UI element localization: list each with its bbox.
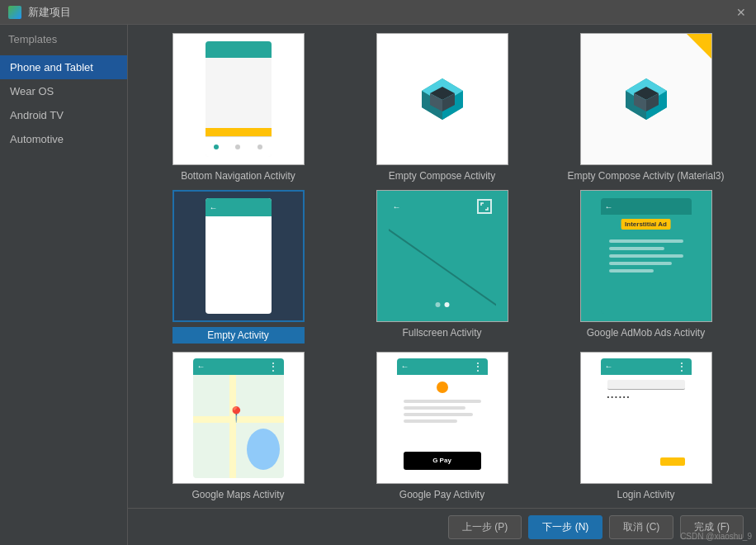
template-empty-activity-preview: ← bbox=[172, 190, 305, 322]
back-arrow-icon: ← bbox=[210, 203, 218, 212]
template-empty-activity[interactable]: ← Empty Activity bbox=[140, 190, 336, 344]
watermark: CSDN @xiaoshu_9 bbox=[680, 532, 752, 541]
template-map[interactable]: ← ⋮ 📍 Google Maps Activity bbox=[140, 352, 336, 500]
template-fullscreen-label: Fullscreen Activity bbox=[402, 327, 481, 339]
template-fullscreen-preview: ← bbox=[376, 190, 508, 322]
login-submit-btn bbox=[660, 457, 685, 466]
compose-cube-icon bbox=[418, 74, 467, 124]
login-username-field bbox=[607, 380, 685, 390]
map-body: 📍 bbox=[193, 375, 284, 478]
main-content: Templates Phone and Tablet Wear OS Andro… bbox=[0, 25, 756, 545]
template-empty-compose[interactable]: Empty Compose Activity bbox=[344, 33, 540, 182]
sidebar: Templates Phone and Tablet Wear OS Andro… bbox=[0, 25, 128, 545]
template-empty-compose-m3[interactable]: Empty Compose Activity (Material3) bbox=[548, 33, 744, 182]
cancel-button[interactable]: 取消 (C) bbox=[609, 515, 673, 539]
gpay-content-lines bbox=[404, 400, 481, 426]
fullscreen-dot-2 bbox=[444, 302, 449, 307]
content-area: Bottom Navigation Activity bbox=[128, 25, 756, 545]
app-icon bbox=[8, 6, 21, 19]
title-bar-left: 新建项目 bbox=[8, 5, 71, 20]
sidebar-item-automotive[interactable]: Automotive bbox=[0, 127, 127, 151]
gpay-button-label: G Pay bbox=[432, 457, 451, 464]
window-title: 新建项目 bbox=[28, 5, 71, 20]
map-back-icon: ← bbox=[197, 362, 206, 371]
templates-grid: Bottom Navigation Activity bbox=[128, 25, 756, 508]
login-password-field: •••••• bbox=[607, 393, 685, 400]
gpay-orange-dot bbox=[437, 382, 448, 393]
template-login-label: Login Activity bbox=[617, 489, 674, 500]
gpay-menu-icon: ⋮ bbox=[472, 360, 484, 373]
login-back-icon: ← bbox=[605, 362, 613, 371]
nav-dot-2 bbox=[235, 145, 240, 149]
template-admob[interactable]: ← Interstitial Ad Goog bbox=[548, 190, 744, 344]
admob-content-lines bbox=[609, 239, 683, 277]
title-bar: 新建项目 ✕ bbox=[0, 0, 756, 25]
template-map-label: Google Maps Activity bbox=[191, 489, 284, 500]
template-empty-activity-label: Empty Activity bbox=[172, 327, 305, 344]
template-login-preview: ← ⋮ •••••• bbox=[580, 352, 712, 484]
template-admob-preview: ← Interstitial Ad bbox=[580, 190, 712, 322]
template-gpay-label: Google Pay Activity bbox=[399, 489, 484, 500]
next-button[interactable]: 下一步 (N) bbox=[528, 515, 602, 539]
fullscreen-back-icon: ← bbox=[393, 202, 401, 211]
sidebar-item-phone-tablet[interactable]: Phone and Tablet bbox=[0, 55, 127, 79]
map-water bbox=[247, 429, 280, 470]
map-menu-icon: ⋮ bbox=[267, 360, 280, 373]
nav-dot-1 bbox=[214, 145, 219, 149]
new-project-window: 新建项目 ✕ Templates Phone and Tablet Wear O… bbox=[0, 0, 756, 545]
close-button[interactable]: ✕ bbox=[735, 6, 748, 19]
sidebar-item-wear-os[interactable]: Wear OS bbox=[0, 79, 127, 103]
template-bottom-nav[interactable]: Bottom Navigation Activity bbox=[140, 33, 336, 182]
template-gpay-preview: ← ⋮ G Pay bbox=[376, 352, 508, 484]
template-empty-compose-preview bbox=[376, 33, 508, 165]
prev-button[interactable]: 上一步 (P) bbox=[448, 515, 522, 539]
template-map-preview: ← ⋮ 📍 bbox=[172, 352, 305, 484]
nav-dot-3 bbox=[258, 145, 262, 149]
bottom-bar: 上一步 (P) 下一步 (N) 取消 (C) 完成 (F) bbox=[128, 508, 756, 545]
template-gpay[interactable]: ← ⋮ G Pay bbox=[344, 352, 540, 500]
gpay-back-icon: ← bbox=[401, 362, 409, 371]
map-road-vertical bbox=[229, 375, 236, 478]
template-bottom-nav-preview bbox=[172, 33, 305, 165]
fullscreen-expand-icon bbox=[477, 199, 492, 214]
template-empty-compose-label: Empty Compose Activity bbox=[389, 170, 495, 182]
sidebar-header: Templates bbox=[0, 33, 127, 55]
fullscreen-dot-1 bbox=[435, 302, 440, 307]
sidebar-item-android-tv[interactable]: Android TV bbox=[0, 103, 127, 127]
compose-m3-cube-icon bbox=[621, 74, 671, 124]
template-empty-compose-m3-preview bbox=[580, 33, 712, 165]
template-empty-compose-m3-label: Empty Compose Activity (Material3) bbox=[567, 170, 724, 182]
map-pin-icon: 📍 bbox=[227, 405, 245, 424]
template-bottom-nav-label: Bottom Navigation Activity bbox=[181, 170, 295, 182]
gpay-button: G Pay bbox=[404, 452, 481, 470]
admob-badge: Interstitial Ad bbox=[621, 219, 671, 230]
template-fullscreen[interactable]: ← bbox=[344, 190, 540, 344]
template-login[interactable]: ← ⋮ •••••• Login Activity bbox=[548, 352, 744, 500]
template-admob-label: Google AdMob Ads Activity bbox=[587, 327, 705, 339]
login-menu-icon: ⋮ bbox=[676, 360, 687, 373]
teal-corner-decoration bbox=[687, 34, 711, 59]
admob-back-icon: ← bbox=[605, 202, 613, 211]
